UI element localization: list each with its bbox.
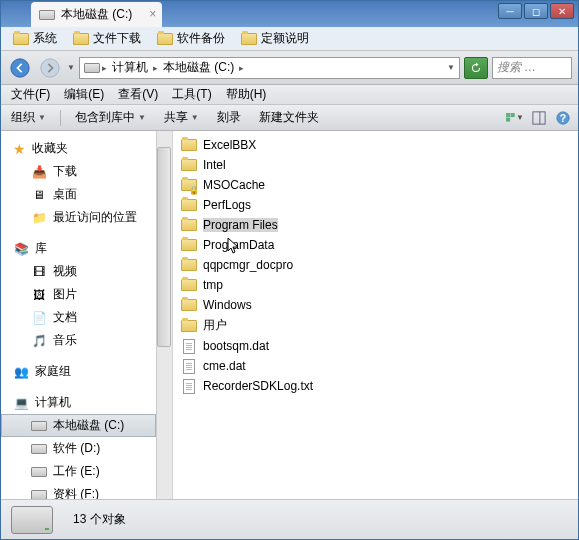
mouse-cursor-icon [227,237,241,255]
address-breadcrumb[interactable]: ▸ 计算机 ▸ 本地磁盘 (C:) ▸ ▼ [79,57,460,79]
file-list: ExcelBBX Intel MSOCache PerfLogs Program… [173,131,578,499]
organize-button[interactable]: 组织 ▼ [7,107,50,128]
sidebar-documents[interactable]: 📄文档 [1,306,156,329]
sidebar-drive-c[interactable]: 本地磁盘 (C:) [1,414,156,437]
breadcrumb-segment[interactable]: 计算机 [109,59,151,76]
navigation-bar: ▼ ▸ 计算机 ▸ 本地磁盘 (C:) ▸ ▼ 搜索 … [1,51,578,85]
video-icon: 🎞 [31,264,47,280]
menu-file[interactable]: 文件(F) [5,84,56,105]
picture-icon: 🖼 [31,287,47,303]
folder-item[interactable]: MSOCache [177,175,574,195]
folder-icon [181,277,197,293]
sidebar-scrollbar[interactable] [156,131,172,499]
svg-text:?: ? [560,111,566,123]
folder-item[interactable]: Program Files [177,215,574,235]
menu-tools[interactable]: 工具(T) [166,84,217,105]
homegroup-icon: 👥 [13,364,29,380]
svg-point-1 [41,58,59,76]
file-icon [181,338,197,354]
locked-folder-icon [181,177,197,193]
menu-bar: 文件(F) 编辑(E) 查看(V) 工具(T) 帮助(H) [1,85,578,105]
favorites-header[interactable]: ★收藏夹 [1,137,156,160]
folder-item[interactable]: tmp [177,275,574,295]
separator [60,110,61,126]
maximize-button[interactable]: ◻ [524,3,548,19]
folder-item[interactable]: ExcelBBX [177,135,574,155]
minimize-button[interactable]: ─ [498,3,522,19]
view-options-button[interactable]: ▼ [506,109,524,127]
folder-item[interactable]: 用户 [177,315,574,336]
folder-item[interactable]: Intel [177,155,574,175]
folder-item[interactable]: qqpcmgr_docpro [177,255,574,275]
library-icon: 📚 [13,241,29,257]
new-folder-button[interactable]: 新建文件夹 [255,107,323,128]
bookmark-item[interactable]: 定额说明 [235,28,315,49]
drive-icon [39,7,55,23]
help-button[interactable]: ? [554,109,572,127]
navigation-pane: ★收藏夹 📥下载 🖥桌面 📁最近访问的位置 📚库 🎞视频 🖼图片 📄文档 🎵音乐… [1,131,173,499]
refresh-button[interactable] [464,57,488,79]
scrollbar-thumb[interactable] [157,147,171,347]
folder-item[interactable]: PerfLogs [177,195,574,215]
burn-button[interactable]: 刻录 [213,107,245,128]
svg-rect-3 [511,113,514,116]
folder-icon [181,137,197,153]
sidebar-downloads[interactable]: 📥下载 [1,160,156,183]
recent-icon: 📁 [31,210,47,226]
homegroup-header[interactable]: 👥家庭组 [1,360,156,383]
tab-title: 本地磁盘 (C:) [61,6,132,23]
file-item[interactable]: RecorderSDKLog.txt [177,376,574,396]
file-icon [181,358,197,374]
folder-icon [241,31,257,47]
menu-help[interactable]: 帮助(H) [220,84,273,105]
sidebar-desktop[interactable]: 🖥桌面 [1,183,156,206]
window-controls: ─ ◻ ✕ [498,3,574,19]
bookmark-item[interactable]: 文件下载 [67,28,147,49]
close-tab-icon[interactable]: × [149,7,156,21]
chevron-right-icon[interactable]: ▸ [239,63,244,73]
sidebar-drive-f[interactable]: 资料 (F:) [1,483,156,499]
file-item[interactable]: bootsqm.dat [177,336,574,356]
chevron-right-icon[interactable]: ▸ [102,63,107,73]
explorer-toolbar: 组织 ▼ 包含到库中 ▼ 共享 ▼ 刻录 新建文件夹 ▼ ? [1,105,578,131]
sidebar-music[interactable]: 🎵音乐 [1,329,156,352]
sidebar-drive-e[interactable]: 工作 (E:) [1,460,156,483]
folder-icon [13,31,29,47]
folder-icon [181,257,197,273]
preview-pane-button[interactable] [530,109,548,127]
bookmark-item[interactable]: 系统 [7,28,63,49]
libraries-header[interactable]: 📚库 [1,237,156,260]
status-object-count: 13 个对象 [73,511,126,528]
sidebar-drive-d[interactable]: 软件 (D:) [1,437,156,460]
folder-icon [181,217,197,233]
sidebar-pictures[interactable]: 🖼图片 [1,283,156,306]
address-dropdown[interactable]: ▼ [447,63,455,72]
svg-rect-2 [507,113,510,116]
folder-item[interactable]: Windows [177,295,574,315]
chevron-right-icon[interactable]: ▸ [153,63,158,73]
search-placeholder: 搜索 … [497,59,536,76]
drive-icon [31,441,47,457]
include-in-library-button[interactable]: 包含到库中 ▼ [71,107,150,128]
breadcrumb-segment[interactable]: 本地磁盘 (C:) [160,59,237,76]
menu-edit[interactable]: 编辑(E) [58,84,110,105]
sidebar-videos[interactable]: 🎞视频 [1,260,156,283]
search-input[interactable]: 搜索 … [492,57,572,79]
file-item[interactable]: cme.dat [177,356,574,376]
folder-icon [181,197,197,213]
sidebar-recent[interactable]: 📁最近访问的位置 [1,206,156,229]
browser-tab[interactable]: 本地磁盘 (C:) × [31,2,162,27]
drive-icon [84,60,100,76]
share-button[interactable]: 共享 ▼ [160,107,203,128]
download-icon: 📥 [31,164,47,180]
drive-icon [31,418,47,434]
svg-rect-5 [533,111,545,123]
nav-history-dropdown[interactable]: ▼ [67,63,75,72]
computer-header[interactable]: 💻计算机 [1,391,156,414]
close-window-button[interactable]: ✕ [550,3,574,19]
nav-forward-button[interactable] [37,55,63,81]
drive-icon [31,464,47,480]
bookmark-item[interactable]: 软件备份 [151,28,231,49]
nav-back-button[interactable] [7,55,33,81]
menu-view[interactable]: 查看(V) [112,84,164,105]
